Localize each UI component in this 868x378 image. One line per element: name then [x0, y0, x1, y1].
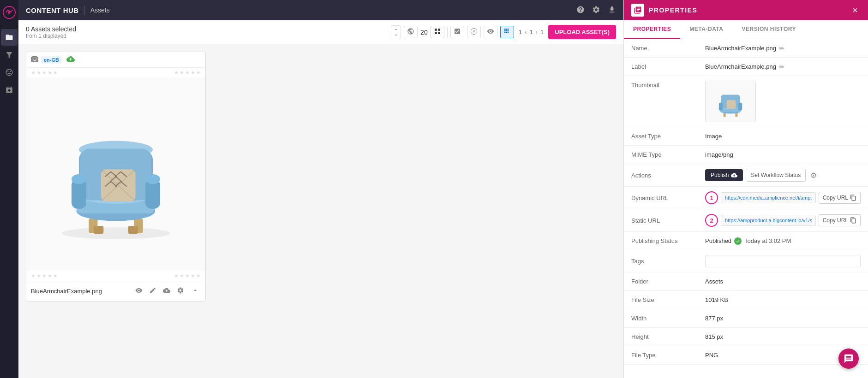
- svg-point-4: [62, 227, 170, 239]
- thumbnail-container: [705, 81, 756, 122]
- publishing-date: Today at 3:02 PM: [744, 237, 791, 244]
- svg-text:P: P: [473, 30, 475, 33]
- svg-point-1: [8, 11, 10, 13]
- file-type-label: File Type: [631, 352, 705, 359]
- name-edit-icon[interactable]: ✏: [779, 45, 784, 52]
- assets-toolbar: 0 Assets selected from 1 displayed 20: [18, 20, 623, 44]
- published-filter-btn[interactable]: P: [467, 26, 481, 38]
- properties-body: Name BlueArmchairExample.png ✏ Label Blu…: [624, 39, 868, 378]
- page-size: 20: [420, 29, 428, 36]
- actions-gear-btn[interactable]: ⚙: [808, 169, 819, 182]
- dynamic-url-input[interactable]: [721, 192, 816, 203]
- file-size-value: 1019 KB: [705, 296, 861, 303]
- static-url-input[interactable]: [721, 215, 816, 226]
- rating-stars: ★★★★★ ★★★★★: [26, 68, 205, 77]
- tab-metadata[interactable]: META-DATA: [680, 20, 732, 39]
- selected-count: 0 Assets selected: [26, 25, 76, 33]
- file-type-row: File Type PNG: [624, 346, 868, 365]
- upload-assets-btn[interactable]: UPLOAD ASSET(S): [548, 25, 616, 39]
- tags-label: Tags: [631, 258, 705, 265]
- label-label: Label: [631, 63, 705, 70]
- topbar-app-title: CONTENT HUB: [26, 6, 79, 14]
- folder-row: Folder Assets: [624, 272, 868, 291]
- svg-rect-8: [128, 226, 138, 234]
- properties-panel: PROPERTIES × PROPERTIES META-DATA VERSIO…: [623, 0, 868, 378]
- pagination: 1 ‹ 1 › 1: [519, 28, 544, 36]
- svg-rect-23: [735, 113, 737, 117]
- locale-badge: en-GB: [41, 56, 62, 64]
- cloud-icon: [66, 55, 75, 65]
- prev-page-btn[interactable]: ‹: [524, 28, 527, 36]
- page-num-center: 1: [529, 29, 533, 35]
- sidebar-divider: [3, 26, 16, 26]
- width-value: 877 px: [705, 315, 861, 322]
- topbar-section-title: Assets: [90, 6, 110, 14]
- step-2-circle: 2: [705, 214, 718, 227]
- asset-type-label: Asset Type: [631, 133, 705, 140]
- rating-stars-bottom: ★★★★★ ★★★★★: [26, 271, 205, 281]
- copy-static-url-btn[interactable]: Copy URL: [819, 214, 861, 226]
- chat-support-btn[interactable]: [838, 348, 859, 369]
- sidebar-item-packages[interactable]: [1, 82, 18, 98]
- asset-settings-btn[interactable]: [175, 285, 186, 297]
- sidebar-item-starred[interactable]: [1, 64, 18, 81]
- sort-btn[interactable]: [391, 25, 401, 39]
- topbar-divider: [84, 6, 85, 15]
- app-logo[interactable]: [0, 4, 18, 21]
- tags-input[interactable]: [705, 255, 861, 267]
- sidebar-item-files[interactable]: [1, 29, 18, 46]
- next-page-btn[interactable]: ›: [535, 28, 539, 36]
- page-num-left: 1: [519, 29, 522, 35]
- camera-icon: [31, 55, 38, 64]
- folder-label: Folder: [631, 278, 705, 285]
- select-all-btn[interactable]: [450, 26, 464, 38]
- static-url-label: Static URL: [631, 217, 705, 224]
- locale-btn[interactable]: [404, 26, 418, 38]
- thumbnail-row: Thumbnail: [624, 76, 868, 127]
- publishing-status-row: Publishing Status Published Today at 3:0…: [624, 232, 868, 250]
- sidebar-item-filter[interactable]: [1, 47, 18, 63]
- svg-rect-7: [94, 226, 103, 234]
- settings-icon[interactable]: [592, 6, 600, 15]
- file-size-label: File Size: [631, 296, 705, 303]
- tab-properties[interactable]: PROPERTIES: [624, 20, 680, 39]
- from-displayed-text: from 1 displayed: [26, 33, 76, 39]
- label-value: BlueArmchairExample.png: [705, 63, 776, 70]
- asset-card-footer: BlueArmchairExample.png: [26, 281, 205, 301]
- grid-view-btn[interactable]: [431, 26, 444, 38]
- publishing-status-value: Published: [705, 237, 731, 244]
- label-row: Label BlueArmchairExample.png ✏: [624, 58, 868, 76]
- view-mode-btn[interactable]: [500, 26, 514, 38]
- copy-dynamic-url-btn[interactable]: Copy URL: [819, 192, 861, 204]
- publish-btn[interactable]: Publish: [705, 169, 743, 181]
- props-header-title: PROPERTIES: [649, 6, 845, 14]
- asset-filename: BlueArmchairExample.png: [31, 288, 130, 295]
- props-tabs: PROPERTIES META-DATA VERSION HISTORY: [624, 20, 868, 39]
- asset-upload-btn[interactable]: [161, 285, 172, 297]
- asset-type-value: Image: [705, 133, 861, 140]
- actions-row: Actions Publish Set Workflow Status ⚙: [624, 164, 868, 187]
- close-panel-btn[interactable]: ×: [850, 5, 861, 16]
- preview-btn[interactable]: [484, 26, 497, 38]
- export-icon[interactable]: [608, 6, 616, 15]
- help-icon[interactable]: [576, 6, 585, 15]
- tab-version-history[interactable]: VERSION HISTORY: [733, 20, 806, 39]
- height-value: 815 px: [705, 333, 861, 340]
- static-url-row: Static URL 2 Copy URL: [624, 209, 868, 232]
- file-size-row: File Size 1019 KB: [624, 291, 868, 309]
- dynamic-url-label: Dynamic URL: [631, 195, 705, 201]
- name-row: Name BlueArmchairExample.png ✏: [624, 39, 868, 58]
- height-row: Height 815 px: [624, 328, 868, 346]
- file-type-value: PNG: [705, 352, 861, 359]
- dynamic-url-row: Dynamic URL 1 Copy URL: [624, 187, 868, 209]
- asset-edit-btn[interactable]: [147, 285, 158, 297]
- set-workflow-btn[interactable]: Set Workflow Status: [746, 169, 806, 182]
- width-label: Width: [631, 315, 705, 322]
- asset-preview-btn[interactable]: [133, 285, 144, 297]
- tags-row: Tags: [624, 250, 868, 272]
- expand-btn[interactable]: [190, 285, 201, 297]
- label-edit-icon[interactable]: ✏: [779, 63, 784, 71]
- props-header-icon: [631, 4, 644, 17]
- mime-type-row: MIME Type image/png: [624, 146, 868, 164]
- topbar: CONTENT HUB Assets: [18, 0, 623, 20]
